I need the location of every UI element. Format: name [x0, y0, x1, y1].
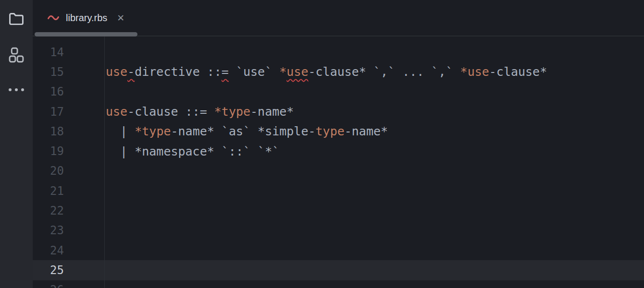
- editor-window: library.rbs ✕ 1415use-directive ::= `use…: [0, 0, 644, 288]
- tab-title: library.rbs: [66, 12, 107, 24]
- code-content[interactable]: | *namespace* `::` `*`: [64, 144, 644, 158]
- tab-library-rbs[interactable]: library.rbs ✕: [33, 0, 139, 36]
- code-line[interactable]: 20: [33, 161, 644, 181]
- line-number[interactable]: 17: [33, 105, 64, 119]
- code-line[interactable]: 14: [33, 42, 644, 62]
- code-line[interactable]: 18 | *type-name* `as` *simple-type-name*: [33, 121, 644, 141]
- code-area: 1415use-directive ::= `use` *use-clause*…: [33, 36, 644, 288]
- code-line[interactable]: 17use-clause ::= *type-name*: [33, 102, 644, 121]
- blocks-icon: [9, 47, 24, 65]
- line-number[interactable]: 20: [33, 164, 64, 178]
- code-line[interactable]: 23: [33, 221, 644, 240]
- line-number[interactable]: 23: [33, 224, 64, 237]
- line-number[interactable]: 16: [33, 85, 64, 98]
- gutter-guide-line: [104, 36, 105, 288]
- collab-panel-button[interactable]: [0, 46, 33, 66]
- folder-icon: [8, 12, 25, 26]
- code-line[interactable]: 24: [33, 240, 644, 260]
- code-line[interactable]: 15use-directive ::= `use` *use-clause* `…: [33, 62, 644, 82]
- sidebar: [0, 0, 33, 288]
- close-icon[interactable]: ✕: [117, 13, 124, 23]
- project-panel-button[interactable]: [0, 10, 33, 29]
- line-number[interactable]: 14: [33, 46, 64, 59]
- code-content[interactable]: | *type-name* `as` *simple-type-name*: [64, 124, 644, 138]
- editor-pane[interactable]: 1415use-directive ::= `use` *use-clause*…: [33, 36, 644, 288]
- active-tab-indicator: [35, 32, 137, 36]
- code-line[interactable]: 22: [33, 201, 644, 220]
- line-number[interactable]: 26: [33, 283, 64, 288]
- code-line[interactable]: 21: [33, 181, 644, 201]
- more-panels-button[interactable]: [0, 82, 33, 98]
- line-number[interactable]: 18: [33, 125, 64, 138]
- code-content[interactable]: use-clause ::= *type-name*: [64, 105, 644, 119]
- tilde-squiggle-icon: [47, 14, 61, 22]
- code-content[interactable]: use-directive ::= `use` *use-clause* `,`…: [64, 65, 644, 79]
- line-number[interactable]: 15: [33, 65, 64, 79]
- line-number[interactable]: 24: [33, 244, 64, 257]
- line-number[interactable]: 25: [33, 264, 64, 277]
- code-line[interactable]: 16: [33, 82, 644, 102]
- line-number[interactable]: 19: [33, 144, 64, 158]
- code-line[interactable]: 26: [33, 280, 644, 288]
- ellipsis-icon: [9, 88, 24, 91]
- code-line[interactable]: 19 | *namespace* `::` `*`: [33, 141, 644, 161]
- code-line[interactable]: 25: [33, 260, 644, 280]
- tab-bar: library.rbs ✕: [33, 0, 644, 36]
- line-number[interactable]: 22: [33, 204, 64, 217]
- line-number[interactable]: 21: [33, 184, 64, 198]
